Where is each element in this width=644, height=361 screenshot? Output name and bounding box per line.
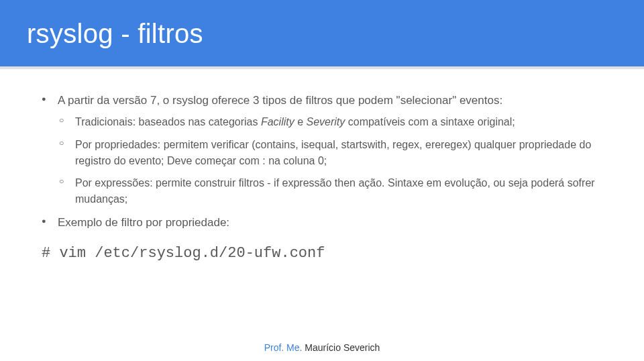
slide: rsyslog - filtros A partir da versão 7, … [0,0,644,361]
footer-name: Maurício Severich [305,342,380,353]
slide-title: rsyslog - filtros [27,19,617,49]
slide-footer: Prof. Me. Maurício Severich [0,342,644,353]
bullet-list: A partir da versão 7, o rsyslog oferece … [40,92,604,231]
command-line: # vim /etc/rsyslog.d/20-ufw.conf [42,243,604,265]
sub1-post: compatíveis com a sintaxe original; [345,116,515,127]
sub-bullet-tradicionais: Tradicionais: baseados nas categorias Fa… [58,114,604,130]
sub1-facility: Facility [261,116,294,127]
footer-prefix: Prof. Me. [264,342,305,353]
bullet-example: Exemplo de filtro por propriedade: [40,214,604,231]
slide-body: A partir da versão 7, o rsyslog oferece … [0,69,644,361]
sub-bullet-propriedades: Por propriedades: permitem verificar (co… [58,137,604,168]
bullet-intro-text: A partir da versão 7, o rsyslog oferece … [58,94,502,107]
sub-bullet-expressoes: Por expressões: permite construir filtro… [58,175,604,207]
sub-bullet-list: Tradicionais: baseados nas categorias Fa… [58,114,604,207]
sub1-mid: e [294,116,307,127]
sub1-pre: Tradicionais: baseados nas categorias [75,116,261,127]
slide-header: rsyslog - filtros [0,0,644,66]
sub1-severity: Severity [306,116,345,127]
bullet-intro: A partir da versão 7, o rsyslog oferece … [40,92,604,207]
